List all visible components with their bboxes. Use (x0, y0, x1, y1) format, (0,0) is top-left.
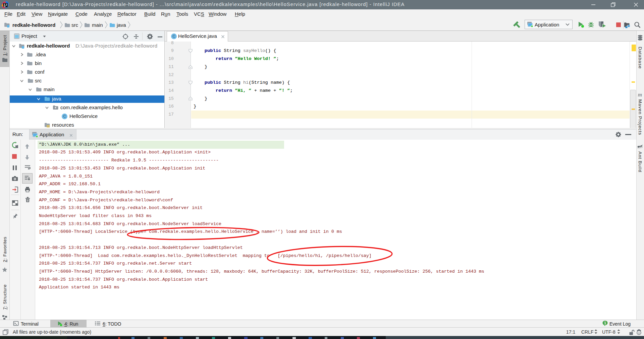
svg-text:1: 1 (604, 321, 606, 325)
